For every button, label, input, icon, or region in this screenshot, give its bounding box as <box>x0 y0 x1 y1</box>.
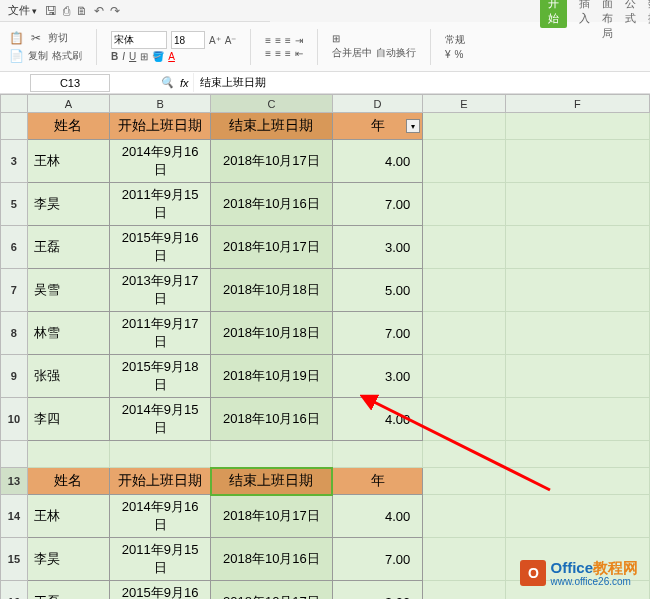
fx-icon[interactable]: fx <box>180 77 189 89</box>
cell[interactable]: 2015年9月16日 <box>110 581 211 600</box>
cell[interactable]: 3.00 <box>332 355 423 398</box>
currency-icon[interactable]: ¥ <box>445 49 451 60</box>
underline-icon[interactable]: U <box>129 51 136 62</box>
cell[interactable]: 5.00 <box>332 269 423 312</box>
cell[interactable]: 2015年9月18日 <box>110 355 211 398</box>
redo-icon[interactable]: ↷ <box>110 4 120 18</box>
align-top-icon[interactable]: ≡ <box>265 35 271 46</box>
cell[interactable]: 4.00 <box>332 398 423 441</box>
cell[interactable]: 4.00 <box>332 140 423 183</box>
cell[interactable] <box>505 269 649 312</box>
cell[interactable]: 2014年9月16日 <box>110 140 211 183</box>
cell[interactable]: 4.00 <box>332 495 423 538</box>
cell[interactable]: 李四 <box>27 398 109 441</box>
cell[interactable] <box>505 468 649 495</box>
cell[interactable]: 王磊 <box>27 581 109 600</box>
cell[interactable] <box>505 495 649 538</box>
filter-icon[interactable]: ▾ <box>406 119 420 133</box>
cell[interactable] <box>423 140 505 183</box>
cell[interactable] <box>423 441 505 468</box>
tab-insert[interactable]: 插入 <box>579 0 590 26</box>
row-head[interactable]: 10 <box>1 398 28 441</box>
merge-label[interactable]: 合并居中 <box>332 46 372 60</box>
cell[interactable]: 王林 <box>27 140 109 183</box>
cell[interactable] <box>505 398 649 441</box>
paste-icon[interactable]: 📋 <box>8 30 24 46</box>
general-label[interactable]: 常规 <box>445 33 465 47</box>
cell[interactable]: 2018年10月16日 <box>211 398 333 441</box>
col-B[interactable]: B <box>110 95 211 113</box>
align-left-icon[interactable]: ≡ <box>265 48 271 59</box>
cell[interactable]: 2011年9月15日 <box>110 183 211 226</box>
cell[interactable] <box>423 581 505 600</box>
cell[interactable]: 2018年10月17日 <box>211 226 333 269</box>
cell[interactable]: 王林 <box>27 495 109 538</box>
col-C[interactable]: C <box>211 95 333 113</box>
decrease-font-icon[interactable]: A⁻ <box>225 35 237 46</box>
cell[interactable] <box>332 441 423 468</box>
cell[interactable] <box>423 269 505 312</box>
row-head[interactable]: 9 <box>1 355 28 398</box>
cell[interactable] <box>505 441 649 468</box>
cell[interactable]: 7.00 <box>332 538 423 581</box>
tab-layout[interactable]: 页面布局 <box>602 0 613 41</box>
size-select[interactable] <box>171 31 205 49</box>
cell[interactable]: 7.00 <box>332 183 423 226</box>
tab-start[interactable]: 开始 <box>540 0 567 28</box>
cell[interactable]: 2013年9月17日 <box>110 269 211 312</box>
cell[interactable] <box>505 355 649 398</box>
align-mid-icon[interactable]: ≡ <box>275 35 281 46</box>
cell[interactable]: 林雪 <box>27 312 109 355</box>
col-A[interactable]: A <box>27 95 109 113</box>
cell[interactable]: 王磊 <box>27 226 109 269</box>
cell[interactable] <box>505 113 649 140</box>
cell[interactable] <box>423 468 505 495</box>
cell[interactable]: 2011年9月17日 <box>110 312 211 355</box>
align-right-icon[interactable]: ≡ <box>285 48 291 59</box>
align-bot-icon[interactable]: ≡ <box>285 35 291 46</box>
cell[interactable]: 7.00 <box>332 312 423 355</box>
row-head[interactable]: 6 <box>1 226 28 269</box>
cell[interactable]: 2018年10月17日 <box>211 495 333 538</box>
cell[interactable]: 吴雪 <box>27 269 109 312</box>
cell[interactable] <box>423 183 505 226</box>
cell[interactable] <box>505 226 649 269</box>
cell[interactable] <box>211 441 333 468</box>
print-icon[interactable]: ⎙ <box>63 4 70 18</box>
cell[interactable]: 2018年10月16日 <box>211 183 333 226</box>
row-head[interactable]: 14 <box>1 495 28 538</box>
preview-icon[interactable]: 🗎 <box>76 4 88 18</box>
cell[interactable] <box>423 495 505 538</box>
cell[interactable] <box>505 183 649 226</box>
italic-icon[interactable]: I <box>122 51 125 62</box>
menu-file[interactable]: 文件▾ <box>8 3 37 18</box>
selected-cell[interactable]: 结束上班日期 <box>211 468 333 495</box>
fill-icon[interactable]: 🪣 <box>152 51 164 62</box>
row-head[interactable]: 5 <box>1 183 28 226</box>
wrap-label[interactable]: 自动换行 <box>376 46 416 60</box>
cell[interactable]: 2011年9月15日 <box>110 538 211 581</box>
outdent-icon[interactable]: ⇤ <box>295 48 303 59</box>
cell[interactable]: 姓名 <box>27 113 109 140</box>
cell[interactable]: 年 <box>332 468 423 495</box>
cell[interactable] <box>423 538 505 581</box>
cut-icon[interactable]: ✂ <box>28 30 44 46</box>
cell[interactable]: 2014年9月15日 <box>110 398 211 441</box>
fx-lookup-icon[interactable]: 🔍 <box>160 76 174 89</box>
increase-font-icon[interactable]: A⁺ <box>209 35 221 46</box>
col-F[interactable]: F <box>505 95 649 113</box>
formula-bar[interactable]: 结束上班日期 <box>193 73 650 92</box>
select-all[interactable] <box>1 95 28 113</box>
cell[interactable]: 3.00 <box>332 226 423 269</box>
cell[interactable]: 2018年10月18日 <box>211 312 333 355</box>
cell[interactable]: 3.00 <box>332 581 423 600</box>
align-center-icon[interactable]: ≡ <box>275 48 281 59</box>
cell[interactable]: 姓名 <box>27 468 109 495</box>
cell[interactable] <box>423 355 505 398</box>
row-head[interactable] <box>1 113 28 140</box>
font-select[interactable] <box>111 31 167 49</box>
cell[interactable] <box>423 312 505 355</box>
cell[interactable] <box>423 113 505 140</box>
copy-icon[interactable]: 📄 <box>8 48 24 64</box>
font-color-icon[interactable]: A <box>168 51 175 62</box>
